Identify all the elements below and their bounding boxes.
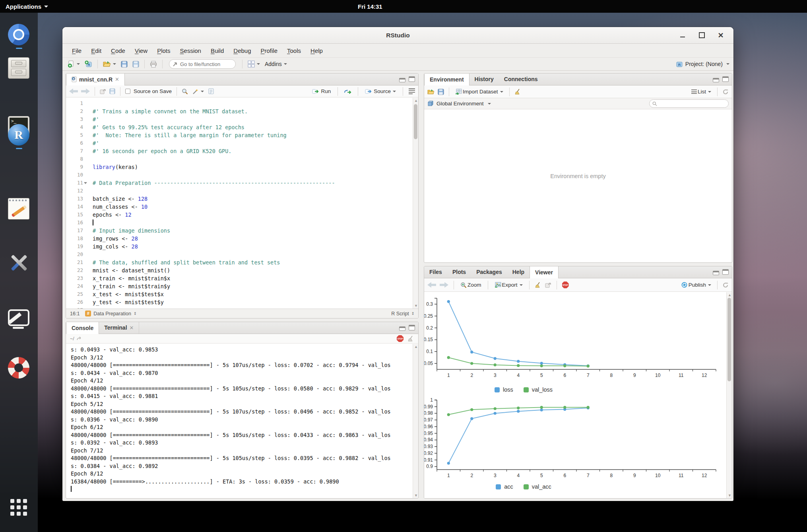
clear-viewer-icon[interactable] <box>535 282 541 288</box>
clear-console-icon[interactable] <box>407 336 414 342</box>
maximize-pane-icon[interactable] <box>722 76 729 82</box>
working-directory[interactable]: ~/ <box>70 336 74 342</box>
zoom-button[interactable]: Zoom <box>459 281 483 289</box>
tab-history[interactable]: History <box>469 73 499 85</box>
minimize-button[interactable] <box>679 31 687 39</box>
tab-viewer[interactable]: Viewer <box>530 266 559 278</box>
code-tools-button[interactable] <box>191 87 205 95</box>
tab-mnist-cnn[interactable]: R mnist_cnn.R ✕ <box>66 73 125 85</box>
tab-plots[interactable]: Plots <box>447 266 471 278</box>
tab-files[interactable]: Files <box>424 266 447 278</box>
menu-code[interactable]: Code <box>106 47 130 54</box>
refresh-icon[interactable] <box>722 89 729 95</box>
tab-console[interactable]: Console <box>66 322 99 334</box>
tab-help[interactable]: Help <box>507 266 530 278</box>
save-icon[interactable] <box>438 89 444 95</box>
minimize-pane-icon[interactable] <box>713 271 719 275</box>
goto-directory-icon[interactable] <box>77 336 82 341</box>
export-button[interactable]: Export <box>493 281 524 289</box>
menu-tools[interactable]: Tools <box>282 47 306 54</box>
text-editor-icon[interactable] <box>8 198 29 219</box>
stop-icon[interactable]: STOP <box>397 335 404 342</box>
source-button[interactable]: Source <box>364 87 397 95</box>
tools-icon[interactable] <box>8 252 29 274</box>
source-statusbar: 16:1 # Data Preparation ⇕ R Script ⇕ <box>66 309 418 318</box>
maximize-pane-icon[interactable] <box>409 76 415 82</box>
maximize-pane-icon[interactable] <box>722 269 729 275</box>
tab-connections[interactable]: Connections <box>499 73 543 85</box>
menu-file[interactable]: File <box>67 47 86 54</box>
code-editor[interactable]: 12#' Trains a simple convnet on the MNIS… <box>66 97 418 309</box>
print-button[interactable] <box>149 60 158 68</box>
goto-file-search[interactable] <box>169 59 236 69</box>
find-icon[interactable] <box>182 88 188 95</box>
file-manager-icon[interactable] <box>8 57 29 79</box>
minimize-pane-icon[interactable] <box>399 326 405 331</box>
run-button[interactable]: Run <box>311 87 332 95</box>
compile-report-icon[interactable] <box>208 88 214 94</box>
minimize-pane-icon[interactable] <box>399 78 405 82</box>
menu-session[interactable]: Session <box>175 47 206 54</box>
close-button[interactable]: ✕ <box>717 31 725 39</box>
chromium-browser-icon[interactable] <box>8 24 29 45</box>
publish-button[interactable]: Publish <box>680 281 712 289</box>
goto-file-input[interactable] <box>180 61 228 67</box>
close-tab-icon[interactable]: ✕ <box>130 325 134 331</box>
menu-bar: FileEditCodeViewPlotsSessionBuildDebugPr… <box>62 44 733 57</box>
import-dataset-button[interactable]: Import Dataset <box>454 88 504 95</box>
open-in-window-icon[interactable] <box>100 89 106 94</box>
project-menu-button[interactable]: R Project: (None) <box>676 61 729 68</box>
tab-packages[interactable]: Packages <box>471 266 507 278</box>
back-icon[interactable] <box>427 282 436 288</box>
global-env-icon[interactable] <box>427 101 434 107</box>
open-file-button[interactable] <box>102 60 117 68</box>
rstudio-icon[interactable]: R <box>8 124 29 146</box>
menu-plots[interactable]: Plots <box>152 47 175 54</box>
menu-profile[interactable]: Profile <box>256 47 283 54</box>
open-folder-icon[interactable] <box>427 89 435 95</box>
source-on-save-checkbox[interactable] <box>125 89 130 94</box>
open-in-window-icon[interactable] <box>545 282 551 288</box>
console-output[interactable]: s: 0.0493 - val_acc: 0.9853Epoch 3/12480… <box>66 344 418 493</box>
viewer-scrollbar[interactable]: ▲ ▼ <box>726 292 732 498</box>
stop-icon[interactable]: STOP <box>562 282 569 288</box>
menu-build[interactable]: Build <box>206 47 229 54</box>
editor-scrollbar[interactable]: ▲ ▼ <box>413 98 418 309</box>
minimize-pane-icon[interactable] <box>713 78 719 82</box>
menu-debug[interactable]: Debug <box>229 47 256 54</box>
save-icon[interactable] <box>109 88 115 94</box>
save-button[interactable] <box>120 60 129 68</box>
maximize-pane-icon[interactable] <box>409 325 415 330</box>
clear-environment-icon[interactable] <box>514 89 521 95</box>
console-line: 48000/48000 [===========================… <box>71 361 418 369</box>
applications-menu[interactable]: Applications <box>6 3 48 10</box>
new-project-button[interactable]: R <box>83 60 93 68</box>
show-applications-button[interactable] <box>10 499 27 516</box>
rerun-icon[interactable] <box>343 89 352 94</box>
section-selector[interactable]: # Data Preparation ⇕ <box>85 311 136 316</box>
new-file-button[interactable] <box>66 60 81 68</box>
file-type-selector[interactable]: R Script ⇕ <box>391 311 414 316</box>
clock[interactable]: Fri 14:31 <box>358 3 382 10</box>
forward-icon[interactable] <box>440 282 448 288</box>
maximize-button[interactable] <box>698 31 706 39</box>
environment-search[interactable] <box>649 99 729 108</box>
addins-button[interactable]: Addins <box>264 60 288 68</box>
panes-layout-button[interactable] <box>246 60 261 68</box>
list-view-button[interactable]: List <box>690 88 712 96</box>
back-icon[interactable] <box>69 89 78 94</box>
close-tab-icon[interactable]: ✕ <box>115 76 119 82</box>
tab-terminal[interactable]: Terminal✕ <box>99 322 139 334</box>
window-titlebar[interactable]: RStudio ✕ <box>62 27 733 44</box>
remote-display-icon[interactable] <box>8 309 29 326</box>
console-scrollbar[interactable]: ▲ ▼ <box>413 344 418 498</box>
tab-environment[interactable]: Environment <box>424 73 469 85</box>
document-outline-icon[interactable] <box>409 87 415 95</box>
menu-view[interactable]: View <box>130 47 152 54</box>
menu-edit[interactable]: Edit <box>86 47 106 54</box>
refresh-icon[interactable] <box>722 282 729 288</box>
help-icon[interactable] <box>8 357 29 379</box>
save-all-button[interactable] <box>131 60 140 68</box>
menu-help[interactable]: Help <box>306 47 328 54</box>
forward-icon[interactable] <box>81 89 90 94</box>
